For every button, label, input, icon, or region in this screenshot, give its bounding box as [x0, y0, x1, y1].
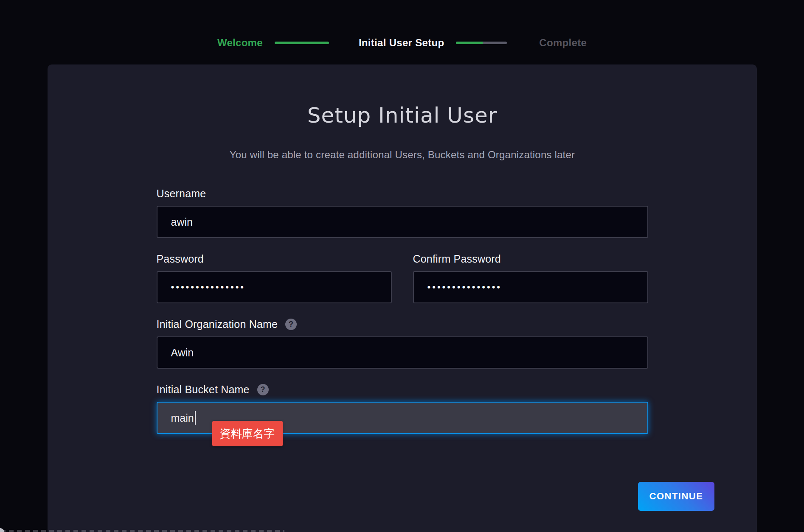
- page-title: Setup Initial User: [48, 103, 757, 128]
- bucket-label: Initial Bucket Name ?: [157, 383, 648, 396]
- stepper-progress-line-1: [275, 42, 329, 44]
- confirm-password-block: Confirm Password •••••••••••••••: [413, 252, 648, 303]
- confirm-password-value: •••••••••••••••: [427, 282, 502, 293]
- question-mark-icon[interactable]: ?: [285, 319, 297, 330]
- username-input[interactable]: awin: [157, 206, 648, 238]
- setup-card: Setup Initial User You will be able to c…: [48, 64, 757, 532]
- password-input[interactable]: •••••••••••••••: [157, 271, 392, 303]
- question-mark-icon[interactable]: ?: [257, 384, 269, 395]
- password-block: Password •••••••••••••••: [157, 252, 392, 303]
- onboarding-page: Welcome Initial User Setup Complete Setu…: [0, 0, 804, 532]
- stepper-step-initial-user-setup-label: Initial User Setup: [359, 37, 444, 48]
- text-caret: [195, 411, 196, 425]
- organization-block: Initial Organization Name ? Awin: [157, 318, 648, 369]
- bucket-tooltip-text: 資料庫名字: [220, 426, 275, 441]
- bucket-value: main: [171, 412, 194, 424]
- setup-stepper: Welcome Initial User Setup Complete: [0, 33, 804, 53]
- page-subtitle: You will be able to create additional Us…: [48, 148, 757, 161]
- clipped-cursor-artifact: [0, 528, 4, 532]
- password-value: •••••••••••••••: [171, 282, 246, 293]
- stepper-progress-line-2: [456, 42, 507, 44]
- username-value: awin: [171, 216, 193, 228]
- initial-user-form: Username awin Password •••••••••••••••: [157, 187, 648, 434]
- password-row: Password ••••••••••••••• Confirm Passwor…: [157, 252, 648, 303]
- stepper-step-welcome[interactable]: Welcome: [217, 37, 263, 49]
- stepper-step-welcome-label: Welcome: [217, 37, 263, 48]
- username-label: Username: [157, 187, 648, 200]
- stepper-step-complete-label: Complete: [539, 37, 587, 48]
- clipped-text-strip: [1, 530, 284, 532]
- stepper-step-initial-user-setup[interactable]: Initial User Setup: [359, 37, 444, 49]
- organization-label: Initial Organization Name ?: [157, 318, 648, 330]
- bucket-input-wrapper: main 資料庫名字: [157, 402, 648, 434]
- continue-button[interactable]: CONTINUE: [638, 482, 714, 511]
- password-label: Password: [157, 252, 392, 265]
- confirm-password-label: Confirm Password: [413, 252, 648, 265]
- organization-input[interactable]: Awin: [157, 336, 648, 369]
- bucket-block: Initial Bucket Name ? main 資料庫名字: [157, 383, 648, 434]
- confirm-password-input[interactable]: •••••••••••••••: [413, 271, 648, 303]
- stepper-step-complete[interactable]: Complete: [539, 37, 587, 49]
- username-block: Username awin: [157, 187, 648, 238]
- bucket-tooltip: 資料庫名字: [212, 421, 283, 446]
- stepper-progress-line-2-fill: [456, 42, 482, 44]
- organization-value: Awin: [171, 347, 194, 359]
